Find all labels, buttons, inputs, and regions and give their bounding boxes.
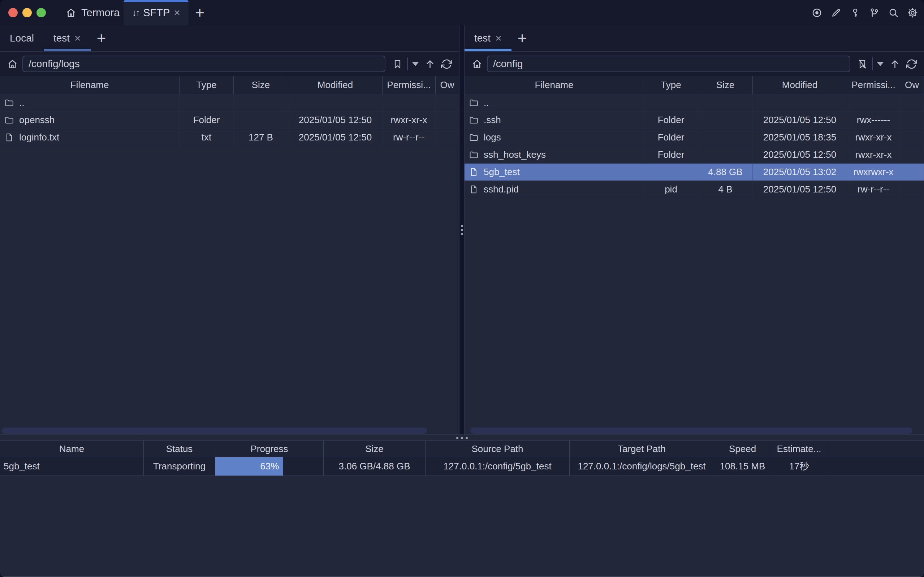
file-type: Folder <box>644 146 698 163</box>
file-size <box>698 129 753 146</box>
col-speed[interactable]: Speed <box>714 441 771 457</box>
left-home-button[interactable] <box>4 58 20 70</box>
transfer-estimate: 17秒 <box>771 457 827 475</box>
right-path-input[interactable]: /config <box>487 56 850 72</box>
folder-icon <box>469 132 479 142</box>
close-window-button[interactable] <box>8 8 18 17</box>
table-row-selected[interactable]: 5gb_test 4.88 GB 2025/01/05 13:02 rwxrwx… <box>464 164 924 181</box>
chevron-down-icon[interactable] <box>877 62 884 66</box>
col-target-path[interactable]: Target Path <box>570 441 714 457</box>
file-permissions <box>847 94 900 111</box>
table-row[interactable]: openssh Folder 2025/01/05 12:50 rwxr-xr-… <box>0 111 459 129</box>
tab-test-left[interactable]: test × <box>44 25 91 51</box>
file-owner <box>900 94 924 111</box>
tab-test-close-icon[interactable]: × <box>74 33 81 44</box>
col-source-path[interactable]: Source Path <box>426 441 570 457</box>
table-row[interactable]: .ssh Folder 2025/01/05 12:50 rwx------ <box>464 111 924 129</box>
col-size[interactable]: Size <box>234 76 288 94</box>
tab-termora-label: Termora <box>81 7 119 19</box>
table-row[interactable]: logs Folder 2025/01/05 18:35 rwxr-xr-x <box>464 129 924 146</box>
col-modified[interactable]: Modified <box>753 76 847 94</box>
col-type[interactable]: Type <box>179 76 234 94</box>
bookmark-icon[interactable] <box>389 56 406 72</box>
col-size[interactable]: Size <box>324 441 426 457</box>
table-row[interactable]: loginfo.txt txt 127 B 2025/01/05 12:50 r… <box>0 129 459 146</box>
bookmark-slash-icon[interactable] <box>854 56 871 72</box>
tab-termora[interactable]: Termora <box>62 0 123 25</box>
right-pane: test × + /config <box>464 25 924 434</box>
table-row[interactable]: ssh_host_keys Folder 2025/01/05 12:50 rw… <box>464 146 924 164</box>
right-horizontal-scrollbar[interactable] <box>470 427 913 434</box>
file-name: .ssh <box>484 114 501 126</box>
col-owner[interactable]: Ow <box>435 76 459 94</box>
folder-icon <box>469 115 479 125</box>
right-home-button[interactable] <box>469 58 485 70</box>
col-owner[interactable]: Ow <box>900 76 924 94</box>
divider <box>872 57 873 71</box>
file-owner <box>435 111 459 129</box>
up-directory-icon[interactable] <box>887 56 903 72</box>
app-window: Termora ↓↑ SFTP × + Local <box>0 0 924 577</box>
file-permissions: rwx------ <box>847 111 900 129</box>
transfer-size: 3.06 GB/4.88 GB <box>324 457 426 475</box>
col-permissions[interactable]: Permissi... <box>847 76 900 94</box>
file-owner <box>435 129 459 146</box>
tab-local[interactable]: Local <box>0 25 44 51</box>
left-path-input[interactable]: /config/logs <box>23 56 385 72</box>
file-size <box>698 111 753 129</box>
edit-icon[interactable] <box>830 7 842 18</box>
col-progress[interactable]: Progress <box>215 441 324 457</box>
table-row[interactable]: .. <box>0 94 459 111</box>
col-type[interactable]: Type <box>644 76 698 94</box>
left-file-table: Filename Type Size Modified Permissi... … <box>0 76 459 146</box>
row-spacer <box>827 457 924 475</box>
plus-icon: + <box>195 5 205 21</box>
right-new-tab-button[interactable]: + <box>511 25 533 51</box>
panel-resize-handle[interactable] <box>0 435 924 440</box>
col-size[interactable]: Size <box>698 76 753 94</box>
col-name[interactable]: Name <box>0 441 144 457</box>
record-icon[interactable] <box>811 7 822 18</box>
transfer-arrows-icon: ↓↑ <box>132 7 139 18</box>
col-permissions[interactable]: Permissi... <box>382 76 435 94</box>
tab-sftp[interactable]: ↓↑ SFTP × <box>124 0 189 25</box>
col-spacer <box>827 441 924 457</box>
transfer-source-path: 127.0.0.1:/config/5gb_test <box>426 457 570 475</box>
search-icon[interactable] <box>887 7 899 18</box>
transfer-panel: Name Status Progress Size Source Path Ta… <box>0 434 924 576</box>
col-status[interactable]: Status <box>144 441 215 457</box>
left-horizontal-scrollbar[interactable] <box>2 427 427 434</box>
file-icon <box>469 184 479 194</box>
col-modified[interactable]: Modified <box>288 76 382 94</box>
file-size <box>234 111 288 129</box>
pane-resize-handle[interactable] <box>459 25 464 434</box>
new-window-tab-button[interactable]: + <box>191 0 209 25</box>
col-estimate[interactable]: Estimate... <box>771 441 827 457</box>
table-row[interactable]: .. <box>464 94 924 111</box>
file-permissions: rwxr-xr-x <box>382 111 435 129</box>
grip-dot <box>461 229 463 231</box>
toolbar-icons <box>811 0 918 25</box>
key-icon[interactable] <box>849 7 861 18</box>
left-new-tab-button[interactable]: + <box>91 25 112 51</box>
refresh-icon[interactable] <box>438 56 455 72</box>
refresh-icon[interactable] <box>903 56 920 72</box>
table-row[interactable]: sshd.pid pid 4 B 2025/01/05 12:50 rw-r--… <box>464 181 924 198</box>
tab-test-close-icon[interactable]: × <box>495 33 502 44</box>
minimize-window-button[interactable] <box>23 8 32 17</box>
chevron-down-icon[interactable] <box>412 62 419 66</box>
right-table-header: Filename Type Size Modified Permissi... … <box>464 76 924 94</box>
gear-icon[interactable] <box>907 7 918 18</box>
col-filename[interactable]: Filename <box>464 76 644 94</box>
file-owner <box>900 181 924 198</box>
tab-test-right[interactable]: test × <box>464 25 511 51</box>
folder-icon <box>469 98 479 108</box>
up-directory-icon[interactable] <box>421 56 438 72</box>
transfer-row[interactable]: 5gb_test Transporting 63% 3.06 GB/4.88 G… <box>0 457 924 476</box>
col-filename[interactable]: Filename <box>0 76 179 94</box>
file-name: openssh <box>19 114 55 126</box>
file-permissions: rw-r--r-- <box>847 181 900 198</box>
zoom-window-button[interactable] <box>37 8 46 17</box>
branch-icon[interactable] <box>868 7 880 18</box>
tab-sftp-close-icon[interactable]: × <box>174 7 180 18</box>
